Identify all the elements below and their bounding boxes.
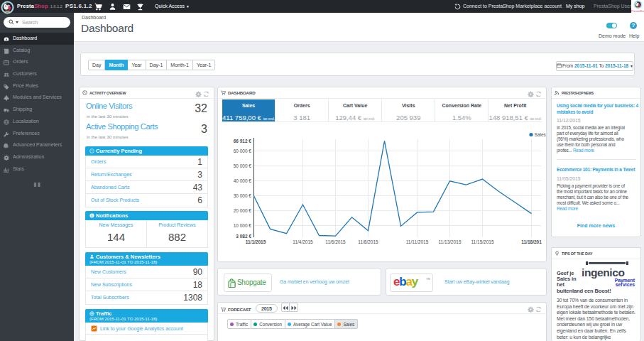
svg-text:11/8/2015: 11/8/2015	[358, 239, 378, 244]
svg-text:11/11/2015: 11/11/2015	[406, 239, 429, 244]
svg-text:10 000 €: 10 000 €	[234, 223, 252, 228]
svg-text:40 000 €: 40 000 €	[234, 178, 252, 183]
svg-text:66 912 €: 66 912 €	[234, 139, 252, 144]
svg-text:11/1/2015: 11/1/2015	[246, 239, 266, 244]
svg-text:20 000 €: 20 000 €	[234, 208, 252, 213]
svg-text:11/15/2015: 11/15/2015	[471, 239, 493, 244]
svg-text:11/6/2015: 11/6/2015	[325, 239, 346, 244]
svg-text:11/4/2015: 11/4/2015	[293, 239, 313, 244]
svg-text:services: services	[616, 282, 635, 287]
svg-text:11/18/201: 11/18/201	[521, 239, 542, 244]
svg-text:3 082 €: 3 082 €	[236, 234, 251, 239]
svg-text:60 000 €: 60 000 €	[234, 148, 252, 153]
svg-text:11/13/2015: 11/13/2015	[438, 239, 461, 244]
svg-text:50 000 €: 50 000 €	[234, 163, 252, 168]
svg-text:ingenico: ingenico	[582, 266, 625, 278]
svg-text:30 000 €: 30 000 €	[234, 193, 252, 198]
svg-text:Sales: Sales	[535, 132, 547, 137]
